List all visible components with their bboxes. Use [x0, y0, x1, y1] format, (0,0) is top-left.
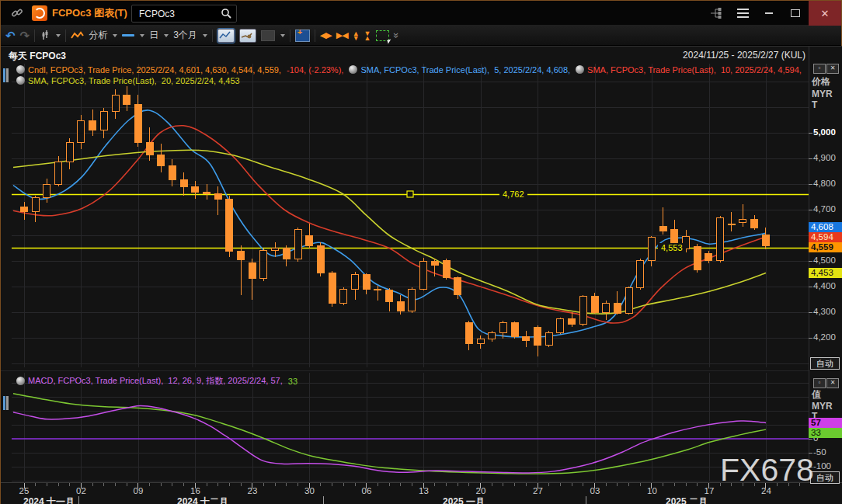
visibility-icon[interactable]: [16, 377, 25, 385]
macd-axis-badge: 57: [809, 418, 842, 428]
menu-icon[interactable]: [729, 1, 756, 26]
x-axis-month-separator: [78, 496, 79, 504]
macd-axis-tick-label: -50: [813, 447, 826, 458]
macd-auto-scale-button[interactable]: 自动: [810, 471, 840, 484]
pane-handle[interactable]: [3, 396, 5, 410]
link-icon[interactable]: [7, 1, 27, 26]
maximize-button[interactable]: [782, 1, 809, 26]
range-select[interactable]: 3个月: [173, 29, 197, 42]
analysis-zigzag-icon: [71, 31, 84, 40]
interval-select[interactable]: 日: [149, 29, 158, 42]
x-axis-month-label: 2024 十一月: [23, 495, 75, 504]
x-axis-week-label: 02: [76, 486, 86, 495]
x-axis-month-separator: [586, 496, 586, 504]
pane-close-icon[interactable]: ✕: [826, 378, 839, 388]
hline-price-label[interactable]: 4,553: [658, 243, 686, 253]
price-legend-row-2: SMA, FCPOc3, Trade Price(Last), 20, 2025…: [16, 75, 240, 85]
title-bar: FCPOc3 图表(T) ✕: [1, 1, 841, 26]
minimize-button[interactable]: [756, 1, 782, 26]
chart-area: 每天 FCPOc3 2024/11/25 - 2025/2/27 (KUL) C…: [1, 46, 842, 504]
legend-sma5: SMA, FCPOc3, Trade Price(Last), 5, 2025/…: [360, 65, 572, 75]
pane-handle[interactable]: [6, 396, 9, 410]
macd-axis-label: 值: [812, 389, 821, 400]
line-style-icon[interactable]: [122, 34, 134, 36]
search-box: [131, 5, 237, 23]
layout-icon: [261, 30, 275, 41]
chart-style-icon[interactable]: [217, 29, 235, 43]
macd-axis-currency: MYR: [812, 401, 833, 412]
add-pane-icon[interactable]: +: [295, 30, 310, 42]
pane-restore-icon[interactable]: ▫: [813, 378, 826, 388]
collapse-horizontal-icon[interactable]: ▶◀: [336, 30, 348, 40]
legend-change: -104, (-2.23%),: [287, 65, 346, 75]
pointer-tool-icon[interactable]: [40, 30, 50, 41]
close-button[interactable]: ✕: [809, 1, 841, 26]
legend-macd: MACD, FCPOc3, Trade Price(Last), 12, 26,…: [28, 375, 285, 387]
undo-icon[interactable]: ↶: [5, 29, 16, 43]
more-tools-icon[interactable]: »: [391, 33, 402, 38]
window-title: FCPOc3 图表(T): [52, 1, 127, 26]
x-axis-week-label: 03: [590, 486, 600, 495]
x-axis-week-label: 24: [761, 486, 771, 495]
x-axis-week-label: 23: [248, 486, 258, 495]
x-axis-week-label: 09: [134, 486, 144, 495]
price-legend-row-1: Cndl, FCPOc3, Trade Price, 2025/2/24, 4,…: [16, 64, 802, 75]
x-axis-week-label: 17: [705, 486, 715, 495]
pane-title: 每天 FCPOc3: [9, 50, 66, 63]
x-axis-week-label: 16: [190, 486, 200, 495]
macd-axis: ▫ ✕ 值 MYR T 自动 0-50-1005733: [809, 47, 842, 504]
x-axis-week-label: 06: [362, 486, 372, 495]
redo-icon[interactable]: ↷: [20, 29, 30, 43]
legend-candle: Cndl, FCPOc3, Trade Price, 2025/2/24, 4,…: [28, 65, 284, 75]
date-range-label: 2024/11/25 - 2025/2/27 (KUL): [683, 50, 805, 61]
analysis-button[interactable]: 分析: [89, 29, 107, 42]
app-icon: [32, 5, 47, 21]
app-window: FCPOc3 图表(T) ✕ ↶ ↷: [0, 0, 842, 504]
annotate-icon[interactable]: [239, 29, 256, 43]
visibility-icon[interactable]: [16, 76, 25, 85]
zoom-select-icon[interactable]: [376, 30, 389, 41]
x-axis-week-label: 13: [419, 486, 429, 495]
legend-macd-hist: 33: [288, 377, 297, 386]
toolbar: ↶ ↷ 分析 日 3个月 + ◀▶ ▶◀ ▲▼ ▼▲ »: [1, 26, 841, 46]
linker-tree-icon[interactable]: [703, 1, 729, 26]
expand-vertical-icon[interactable]: ▲▼: [353, 31, 360, 40]
visibility-icon[interactable]: [16, 65, 25, 74]
x-axis-week-label: 27: [533, 486, 543, 495]
x-axis-month-label: 2025 二月: [666, 495, 708, 504]
x-axis-week-label: 30: [304, 486, 315, 495]
collapse-vertical-icon[interactable]: ▼▲: [364, 31, 371, 40]
visibility-icon[interactable]: [349, 65, 357, 74]
macd-legend-row: MACD, FCPOc3, Trade Price(Last), 12, 26,…: [16, 376, 297, 386]
search-input[interactable]: [132, 8, 221, 20]
x-axis-week-label: 20: [476, 486, 486, 495]
x-axis-month-separator: [323, 496, 324, 504]
pane-handle[interactable]: [6, 68, 9, 82]
x-axis-month-label: 2025 一月: [443, 495, 485, 504]
macd-axis-badge: 33: [809, 428, 842, 438]
search-icon[interactable]: [221, 8, 232, 19]
pane-handle[interactable]: [3, 68, 5, 82]
expand-horizontal-icon[interactable]: ◀▶: [320, 30, 332, 40]
visibility-icon[interactable]: [576, 65, 584, 74]
x-axis-week-label: 25: [19, 486, 30, 495]
legend-sma10: SMA, FCPOc3, Trade Price(Last), 10, 2025…: [587, 65, 802, 75]
price-chart-canvas[interactable]: [1, 47, 842, 504]
macd-axis-tick-label: -100: [813, 461, 831, 472]
legend-sma20: SMA, FCPOc3, Trade Price(Last), 20, 2025…: [28, 76, 240, 85]
hline-price-label[interactable]: 4,762: [499, 189, 527, 200]
x-axis-week-label: 10: [647, 486, 657, 495]
x-axis-month-label: 2024 十二月: [177, 495, 228, 504]
